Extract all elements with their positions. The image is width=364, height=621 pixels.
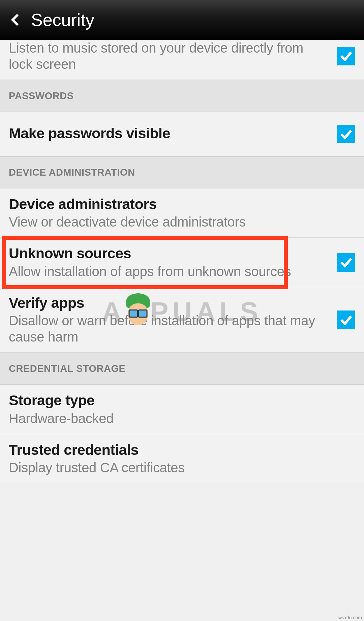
- setting-verify-apps[interactable]: Verify apps Disallow or warn before inst…: [0, 287, 364, 353]
- checkbox-unlock-music[interactable]: [337, 47, 355, 65]
- setting-subtitle: View or deactivate device administrators: [9, 214, 348, 230]
- setting-title: Storage type: [9, 392, 348, 409]
- section-header-credential-storage: CREDENTIAL STORAGE: [0, 353, 364, 385]
- settings-list: Listen to music stored on your device di…: [0, 40, 364, 483]
- setting-title: Unknown sources: [9, 245, 330, 262]
- setting-make-passwords-visible[interactable]: Make passwords visible: [0, 112, 364, 156]
- section-header-device-admin: DEVICE ADMINISTRATION: [0, 156, 364, 188]
- section-header-passwords: PASSWORDS: [0, 80, 364, 112]
- setting-unknown-sources[interactable]: Unknown sources Allow installation of ap…: [0, 238, 364, 287]
- setting-title: Verify apps: [9, 295, 330, 311]
- setting-subtitle: Listen to music stored on your device di…: [9, 40, 330, 72]
- setting-title: Trusted credentials: [9, 442, 348, 458]
- setting-subtitle: Display trusted CA certificates: [9, 460, 348, 476]
- checkbox-unknown-sources[interactable]: [337, 253, 355, 272]
- back-icon[interactable]: [7, 11, 24, 28]
- checkbox-passwords-visible[interactable]: [337, 125, 355, 143]
- setting-subtitle: Disallow or warn before installation of …: [9, 313, 330, 345]
- setting-title: Make passwords visible: [9, 125, 330, 142]
- page-title: Security: [31, 10, 94, 30]
- setting-device-administrators[interactable]: Device administrators View or deactivate…: [0, 188, 364, 238]
- header-bar: Security: [0, 0, 364, 40]
- setting-subtitle: Allow installation of apps from unknown …: [9, 263, 330, 279]
- setting-title: Device administrators: [9, 196, 348, 212]
- setting-storage-type[interactable]: Storage type Hardware-backed: [0, 385, 364, 434]
- setting-unlock-music[interactable]: Listen to music stored on your device di…: [0, 40, 364, 80]
- attribution-text: wsxdn.com: [338, 615, 362, 620]
- setting-trusted-credentials[interactable]: Trusted credentials Display trusted CA c…: [0, 434, 364, 483]
- setting-subtitle: Hardware-backed: [9, 410, 348, 426]
- checkbox-verify-apps[interactable]: [337, 310, 355, 329]
